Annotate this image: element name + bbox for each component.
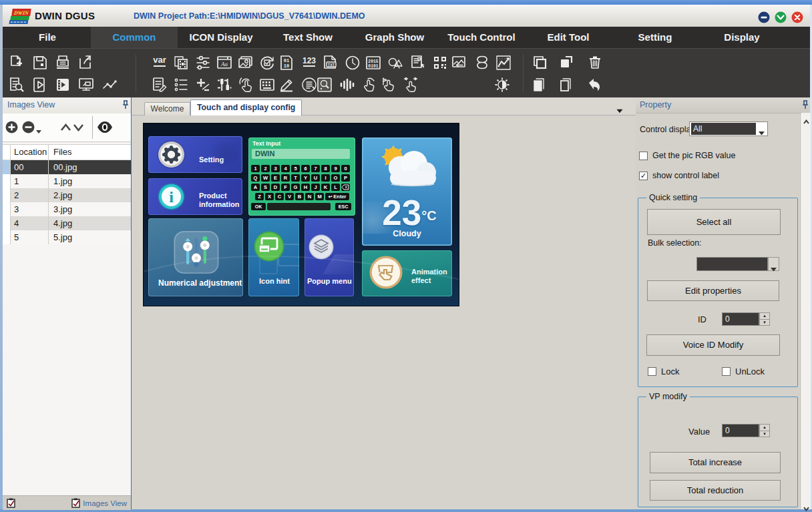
pages-paste-icon[interactable] bbox=[558, 76, 575, 93]
key-A[interactable]: A bbox=[251, 184, 260, 191]
film-icon[interactable] bbox=[172, 54, 190, 71]
copy-icon[interactable] bbox=[532, 54, 549, 71]
column-header-files[interactable]: Files bbox=[49, 145, 131, 160]
spin-up-icon[interactable]: ▲ bbox=[760, 313, 769, 320]
hand-flag-icon[interactable] bbox=[379, 76, 397, 93]
image-row-3[interactable]: 33.jpg bbox=[3, 202, 131, 216]
image-row-1[interactable]: 11.jpg bbox=[3, 174, 131, 188]
key-6[interactable]: 6 bbox=[301, 165, 310, 172]
menu-item-text-show[interactable]: Text Show bbox=[264, 27, 351, 48]
keyboard-input-field[interactable]: DWIN bbox=[252, 149, 350, 159]
undo-icon[interactable] bbox=[586, 76, 603, 93]
pin-icon[interactable] bbox=[801, 99, 809, 110]
maximize-button[interactable] bbox=[775, 11, 787, 23]
menu-item-graph-show[interactable]: Graph Show bbox=[351, 27, 438, 48]
hmi-tile-text-input[interactable]: Text InputDWIN1234567890QWERTYUIOPASDFGH… bbox=[248, 138, 355, 216]
key-D[interactable]: D bbox=[271, 184, 280, 191]
key-O[interactable]: O bbox=[331, 174, 340, 182]
menu-item-file[interactable]: File bbox=[4, 27, 91, 48]
key-V[interactable]: V bbox=[285, 193, 294, 200]
checkbox-lock[interactable] bbox=[648, 367, 656, 376]
key-J[interactable]: J bbox=[311, 184, 320, 191]
bulk-selection-combo[interactable] bbox=[696, 257, 768, 271]
paste-move-icon[interactable] bbox=[558, 54, 575, 71]
refresh-check-icon[interactable] bbox=[258, 54, 276, 71]
export-icon[interactable] bbox=[77, 54, 95, 71]
value-spinner-buttons[interactable]: ▲▼ bbox=[759, 424, 770, 437]
hmi-tile-popup-menu[interactable]: Popup menu bbox=[304, 218, 354, 296]
close-button[interactable] bbox=[791, 11, 803, 23]
hmi-design-canvas[interactable]: SettingiProduct informationNumerical adj… bbox=[143, 123, 459, 306]
move-down-button[interactable] bbox=[73, 122, 84, 130]
key-P[interactable]: P bbox=[341, 174, 350, 182]
image-row-4[interactable]: 44.jpg bbox=[3, 216, 131, 230]
key-9[interactable]: 9 bbox=[331, 165, 340, 172]
key-1[interactable]: 1 bbox=[251, 165, 260, 172]
select-all-button[interactable]: Select all bbox=[647, 209, 781, 235]
hand-drag-icon[interactable] bbox=[402, 76, 419, 93]
bullet-list-icon[interactable] bbox=[172, 76, 190, 93]
checkbox-show-control-label[interactable]: ✓ bbox=[639, 172, 648, 180]
new-file-icon[interactable] bbox=[8, 54, 25, 71]
bulk-selection-caret-button[interactable] bbox=[768, 257, 779, 271]
hmi-tile-animation-effect[interactable]: Animation effect bbox=[362, 250, 452, 296]
key-Z[interactable]: Z bbox=[255, 193, 264, 200]
key-G[interactable]: G bbox=[291, 184, 300, 191]
play-file-icon[interactable] bbox=[31, 76, 49, 93]
binary-file-icon[interactable]: 0110 bbox=[278, 54, 295, 71]
voice-id-modify-button[interactable]: Voice ID Modify bbox=[646, 334, 780, 356]
key-S[interactable]: S bbox=[261, 184, 270, 191]
photos-icon[interactable] bbox=[236, 54, 254, 71]
pages-copy-icon[interactable] bbox=[532, 76, 549, 93]
num123-icon[interactable]: 123 bbox=[300, 54, 318, 71]
doc-edit-icon[interactable] bbox=[151, 76, 168, 93]
image-row-2[interactable]: 22.jpg bbox=[3, 188, 131, 202]
key-8[interactable]: 8 bbox=[321, 165, 330, 172]
print-icon[interactable] bbox=[54, 54, 71, 71]
remove-dropdown-caret-icon[interactable] bbox=[36, 125, 41, 129]
hmi-tile-icon-hint[interactable]: Icon hint bbox=[248, 218, 299, 296]
menu-item-edit-tool[interactable]: Edit Tool bbox=[525, 27, 612, 48]
image-row-00[interactable]: 0000.jpg bbox=[3, 160, 131, 174]
curve-icon[interactable] bbox=[102, 76, 119, 93]
trend-chart-icon[interactable] bbox=[495, 54, 512, 71]
txt-file-icon[interactable]: TXT bbox=[321, 54, 339, 71]
property-scrollbar[interactable] bbox=[801, 113, 811, 509]
key-Y[interactable]: Y bbox=[301, 174, 310, 182]
key-U[interactable]: U bbox=[311, 174, 320, 182]
key-space[interactable] bbox=[267, 203, 331, 210]
coil-icon[interactable] bbox=[473, 54, 491, 71]
drive-search-icon[interactable] bbox=[316, 76, 333, 93]
qr-icon[interactable] bbox=[431, 54, 449, 71]
image-swap-icon[interactable] bbox=[450, 54, 467, 71]
key-4[interactable]: 4 bbox=[281, 165, 290, 172]
key-N[interactable]: N bbox=[305, 193, 314, 200]
menu-item-icon-display[interactable]: ICON Display bbox=[178, 27, 264, 48]
edit-properties-button[interactable]: Edit properties bbox=[647, 280, 779, 301]
key-7[interactable]: 7 bbox=[311, 165, 320, 172]
hand-one-icon[interactable] bbox=[361, 76, 378, 93]
key-E[interactable]: E bbox=[271, 174, 280, 182]
key-B[interactable]: B bbox=[295, 193, 304, 200]
hsliders-icon[interactable] bbox=[194, 54, 212, 71]
key-0[interactable]: 0 bbox=[341, 165, 350, 172]
plus-minus-icon[interactable] bbox=[194, 76, 212, 93]
key-X[interactable]: X bbox=[265, 193, 274, 200]
vsliders-icon[interactable] bbox=[216, 76, 233, 93]
key-F[interactable]: F bbox=[281, 184, 290, 191]
key-W[interactable]: W bbox=[261, 174, 270, 182]
key-K[interactable]: K bbox=[321, 184, 330, 191]
pencil-icon[interactable] bbox=[278, 76, 295, 93]
var-icon[interactable]: var bbox=[151, 54, 168, 71]
key-backspace[interactable] bbox=[341, 184, 350, 191]
key-ok[interactable]: OK bbox=[251, 203, 266, 210]
hmi-tile-product-information[interactable]: iProduct information bbox=[148, 178, 242, 215]
checkbox-unlock[interactable] bbox=[722, 367, 731, 376]
minimize-button[interactable] bbox=[758, 11, 770, 23]
scroll-up-icon[interactable] bbox=[803, 115, 809, 119]
calendar-icon[interactable]: 20150101 bbox=[365, 54, 382, 71]
value-input[interactable]: 0 bbox=[722, 424, 759, 437]
save-icon[interactable] bbox=[31, 54, 49, 71]
key-esc[interactable]: ESC bbox=[335, 203, 351, 210]
menu-item-touch-control[interactable]: Touch Control bbox=[438, 27, 525, 48]
